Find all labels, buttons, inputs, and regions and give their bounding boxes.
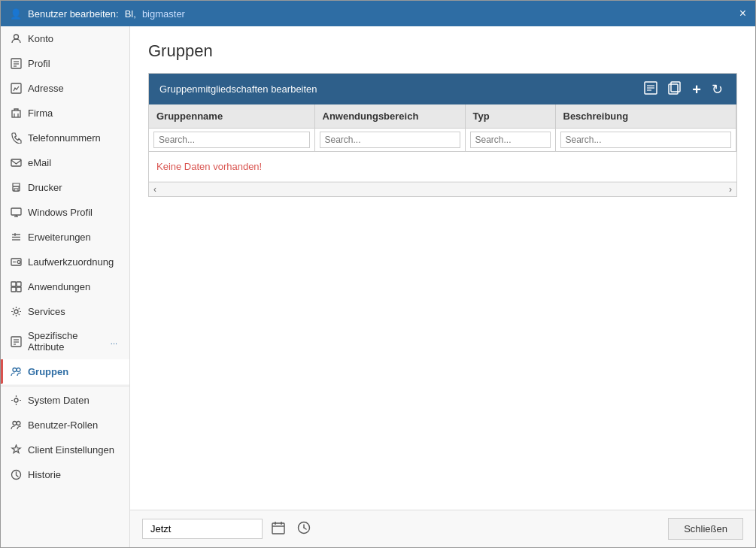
main-area: KontoProfilAdresseFirmaTelefonnummerneMa… [1,26,755,547]
sidebar-item-label-services: Services [28,306,65,317]
table-search-row [149,129,736,152]
groups-panel: Gruppenmitgliedschaften bearbeiten [148,73,737,197]
title-bar-label: Benutzer bearbeiten: [28,8,119,20]
sidebar-item-anwendungen[interactable]: Anwendungen [1,274,129,299]
copy-button[interactable] [665,80,685,98]
search-beschreibung-cell [555,129,736,152]
content-area: Gruppen Gruppenmitgliedschaften bearbeit… [130,26,755,547]
benutzer-rollen-icon [10,419,22,431]
svg-rect-20 [11,259,21,265]
drucker-icon [10,181,22,193]
services-icon [10,305,22,317]
svg-point-12 [18,187,20,189]
panel-header: Gruppenmitgliedschaften bearbeiten [149,74,736,104]
no-data-row: Keine Daten vorhanden! [149,152,736,182]
search-beschreibung[interactable] [560,132,732,148]
sidebar-item-drucker[interactable]: Drucker [1,175,129,200]
col-gruppenname: Gruppenname [149,104,314,129]
svg-point-21 [17,260,20,263]
table-container: Gruppenname Anwendungsbereich Typ Beschr… [149,104,736,196]
search-typ[interactable] [470,132,551,148]
sidebar-item-telefonnummern[interactable]: Telefonnummern [1,126,129,150]
svg-rect-26 [17,287,21,292]
search-gruppenname[interactable] [153,132,310,148]
sidebar-item-email[interactable]: eMail [1,150,129,175]
sidebar-item-profil[interactable]: Profil [1,51,129,76]
title-bar-left: 👤 Benutzer bearbeiten: Bl, bigmaster [10,8,185,20]
svg-rect-43 [669,84,678,94]
main-window: 👤 Benutzer bearbeiten: Bl, bigmaster × K… [0,0,756,548]
svg-rect-9 [11,159,21,166]
sidebar-item-konto[interactable]: Konto [1,26,129,51]
windows-profil-icon [10,206,22,218]
sidebar-item-gruppen[interactable]: Gruppen [1,359,129,384]
sidebar-item-laufwerkzuordnung[interactable]: Laufwerkzuordnung [1,250,129,274]
svg-point-36 [17,421,20,425]
refresh-button[interactable]: ↻ [709,81,726,98]
laufwerkzuordnung-icon [10,256,22,268]
svg-rect-13 [11,208,21,215]
sidebar-item-label-firma: Firma [28,107,53,119]
sidebar-item-erweiterungen[interactable]: Erweiterungen [1,225,129,250]
sidebar-item-label-email: eMail [28,157,51,168]
clock-button[interactable] [294,519,314,539]
sidebar-item-benutzer-rollen[interactable]: Benutzer-Rollen [1,413,129,437]
sidebar-divider [1,386,129,386]
user-icon: 👤 [10,8,22,20]
sidebar-item-label-historie: Historie [28,469,61,480]
spezifische-attribute-icon [10,335,22,347]
sidebar-item-label-konto: Konto [28,33,53,44]
svg-rect-42 [671,82,680,92]
calendar-button[interactable] [269,519,288,539]
content-footer: Schließen [130,510,755,547]
more-indicator: ... [111,337,120,346]
content-inner: Gruppen Gruppenmitgliedschaften bearbeit… [130,26,755,510]
scroll-left-indicator[interactable]: ‹ [153,184,156,195]
svg-point-34 [14,398,18,402]
svg-point-35 [13,421,17,425]
telefonnummern-icon [10,132,22,144]
sidebar-item-services[interactable]: Services [1,299,129,324]
search-anwendungsbereich-cell [314,129,465,152]
svg-rect-6 [12,111,20,117]
title-bar-userdetail: bigmaster [142,8,185,20]
sidebar-item-spezifische-attribute[interactable]: Spezifische Attribute... [1,324,129,359]
scroll-right-indicator[interactable]: › [729,184,732,195]
client-einstellungen-icon [10,444,22,456]
sidebar-item-windows-profil[interactable]: Windows Profil [1,200,129,225]
title-bar-username: Bl, [125,8,136,20]
sidebar-item-firma[interactable]: Firma [1,101,129,126]
col-anwendungsbereich: Anwendungsbereich [314,104,465,129]
export-button[interactable] [641,80,660,98]
sidebar-item-client-einstellungen[interactable]: Client Einstellungen [1,437,129,462]
email-icon [10,156,22,168]
svg-point-27 [14,310,18,313]
konto-icon [10,32,22,44]
profil-icon [10,57,22,69]
col-typ: Typ [465,104,555,129]
search-typ-cell [465,129,555,152]
svg-point-0 [14,35,18,39]
svg-rect-25 [11,287,16,292]
svg-rect-24 [17,282,21,286]
search-gruppenname-cell [149,129,314,152]
close-window-button[interactable]: × [739,8,746,20]
sidebar-item-adresse[interactable]: Adresse [1,76,129,101]
add-button[interactable]: + [689,80,704,98]
sidebar-item-label-windows-profil: Windows Profil [28,207,93,218]
datetime-input[interactable] [142,519,263,539]
page-title: Gruppen [148,41,737,61]
sidebar-item-label-telefonnummern: Telefonnummern [28,132,101,144]
svg-point-33 [17,368,20,371]
sidebar-item-historie[interactable]: Historie [1,462,129,487]
sidebar: KontoProfilAdresseFirmaTelefonnummerneMa… [1,26,130,547]
svg-rect-5 [11,83,21,93]
close-button[interactable]: Schließen [668,518,743,540]
sidebar-item-label-adresse: Adresse [28,83,64,94]
historie-icon [10,468,22,480]
sidebar-item-label-profil: Profil [28,58,50,69]
search-anwendungsbereich[interactable] [320,132,460,148]
sidebar-item-system-daten[interactable]: System Daten [1,388,129,413]
svg-line-50 [304,528,306,529]
footer-left [142,519,314,539]
